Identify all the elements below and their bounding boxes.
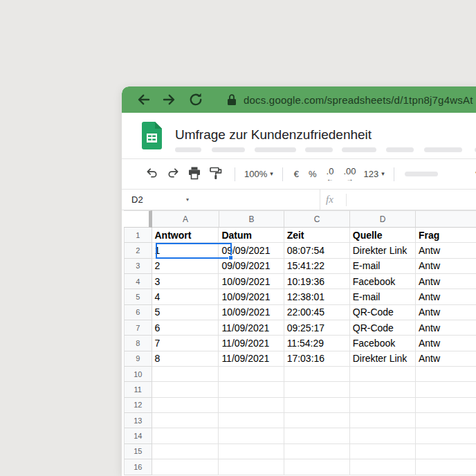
cell[interactable]: Quelle: [350, 228, 416, 243]
cell[interactable]: [152, 382, 219, 397]
row-header-6[interactable]: 6: [124, 305, 152, 320]
column-header-c[interactable]: C: [284, 210, 350, 228]
cell[interactable]: E-mail: [350, 289, 416, 304]
cell[interactable]: QR-Code: [350, 305, 416, 320]
cell[interactable]: [350, 428, 416, 443]
row-header-14[interactable]: 14: [124, 428, 152, 443]
cell[interactable]: 1: [152, 243, 219, 258]
cell[interactable]: 3: [152, 274, 219, 289]
cell[interactable]: [284, 398, 350, 413]
cell[interactable]: Antw: [416, 274, 476, 289]
cell[interactable]: [350, 398, 416, 413]
forward-button[interactable]: [161, 91, 178, 108]
cell[interactable]: [416, 459, 476, 475]
more-formats-button[interactable]: 123 ▾: [364, 169, 385, 179]
cell[interactable]: Antw: [416, 336, 476, 351]
cell[interactable]: 6: [152, 320, 219, 336]
column-header[interactable]: [416, 210, 476, 228]
row-header-11[interactable]: 11: [124, 382, 152, 397]
row-header-13[interactable]: 13: [124, 413, 152, 428]
cell[interactable]: [219, 367, 284, 382]
cell[interactable]: 10/09/2021: [219, 305, 284, 320]
cell[interactable]: QR-Code: [350, 320, 416, 336]
cell[interactable]: [350, 444, 416, 459]
cell[interactable]: [284, 444, 350, 459]
cell[interactable]: [416, 413, 476, 428]
cell[interactable]: [284, 382, 350, 397]
cell[interactable]: 17:03:16: [284, 351, 350, 367]
column-header-b[interactable]: B: [219, 210, 284, 228]
cell[interactable]: [219, 428, 284, 443]
paint-format-button[interactable]: [207, 165, 225, 184]
row-header-7[interactable]: 7: [124, 320, 152, 336]
cell[interactable]: 11/09/2021: [219, 351, 284, 367]
cell[interactable]: [416, 382, 476, 397]
cell[interactable]: [416, 444, 476, 459]
row-header-9[interactable]: 9: [124, 351, 152, 367]
formula-input[interactable]: [347, 190, 476, 210]
row-header-5[interactable]: 5: [124, 289, 152, 304]
cell[interactable]: Direkter Link: [350, 351, 416, 367]
row-header-12[interactable]: 12: [124, 398, 152, 413]
cell[interactable]: 15:41:22: [284, 259, 350, 274]
cell[interactable]: 09:25:17: [284, 320, 350, 336]
cell[interactable]: 12:38:01: [284, 289, 350, 304]
address-bar[interactable]: docs.google.com/spreadsheets/d/1tpn8j7g4…: [226, 93, 473, 106]
cell[interactable]: Datum: [219, 228, 284, 243]
format-currency-button[interactable]: €: [294, 170, 299, 178]
cell[interactable]: 7: [152, 336, 219, 351]
redo-button[interactable]: [164, 165, 182, 184]
cell[interactable]: 5: [152, 305, 219, 320]
select-all-corner[interactable]: [124, 210, 152, 228]
row-header-2[interactable]: 2: [124, 243, 152, 258]
cell[interactable]: 11/09/2021: [219, 336, 284, 351]
cell[interactable]: Antw: [416, 351, 476, 367]
cell[interactable]: [350, 367, 416, 382]
document-title[interactable]: Umfrage zur Kundenzufriedenheit: [175, 127, 372, 143]
name-box[interactable]: D2 ▾: [122, 190, 320, 210]
row-header-4[interactable]: 4: [124, 274, 152, 289]
cell[interactable]: [416, 398, 476, 413]
cell[interactable]: 08:07:54: [284, 243, 350, 258]
cell[interactable]: 10/09/2021: [219, 289, 284, 304]
format-percent-button[interactable]: %: [309, 170, 317, 178]
cell[interactable]: [219, 398, 284, 413]
cell[interactable]: Facebook: [350, 274, 416, 289]
cell[interactable]: E-mail: [350, 259, 416, 274]
column-header-a[interactable]: A: [152, 210, 219, 228]
cell[interactable]: [152, 367, 219, 382]
cell[interactable]: [152, 459, 219, 475]
row-header-1[interactable]: 1: [124, 228, 152, 243]
column-header-d[interactable]: D: [350, 210, 416, 228]
row-header-8[interactable]: 8: [124, 336, 152, 351]
row-header-10[interactable]: 10: [124, 367, 152, 382]
cell[interactable]: [350, 382, 416, 397]
cell[interactable]: Zeit: [284, 228, 350, 243]
cell[interactable]: [284, 428, 350, 443]
print-button[interactable]: [185, 165, 203, 184]
cell[interactable]: 10/09/2021: [219, 274, 284, 289]
cell[interactable]: Antw: [416, 259, 476, 274]
cell[interactable]: [152, 398, 219, 413]
cell[interactable]: Direkter Link: [350, 243, 416, 258]
cell[interactable]: Antw: [416, 320, 476, 336]
decrease-decimal-button[interactable]: .0 ←: [327, 167, 334, 182]
cell[interactable]: Frag: [416, 228, 476, 243]
undo-button[interactable]: [143, 165, 161, 184]
increase-decimal-button[interactable]: .00 →: [343, 167, 356, 182]
cell[interactable]: [152, 413, 219, 428]
google-sheets-logo-icon[interactable]: [142, 122, 162, 152]
row-header-16[interactable]: 16: [124, 459, 152, 475]
cell[interactable]: [284, 367, 350, 382]
cell[interactable]: Antw: [416, 305, 476, 320]
cell[interactable]: [219, 413, 284, 428]
cell[interactable]: Antwort: [152, 228, 219, 243]
cell[interactable]: Antw: [416, 243, 476, 258]
cell[interactable]: 11:54:29: [284, 336, 350, 351]
cell[interactable]: 22:00:45: [284, 305, 350, 320]
back-button[interactable]: [135, 91, 152, 108]
cell[interactable]: [284, 413, 350, 428]
row-header-15[interactable]: 15: [124, 444, 152, 459]
zoom-select[interactable]: 100% ▾: [244, 169, 273, 179]
cell[interactable]: [350, 413, 416, 428]
